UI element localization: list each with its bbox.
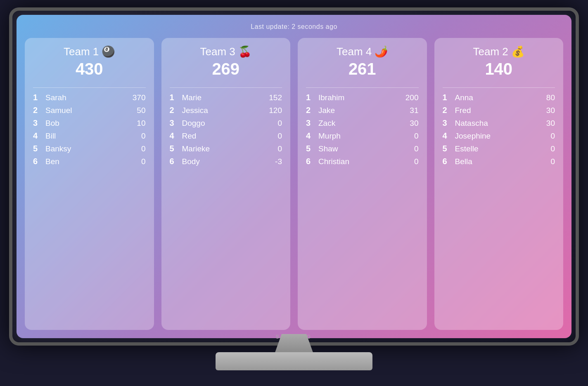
player-rank: 1 xyxy=(170,93,179,102)
tv-wrapper: Last update: 2 seconds ago Team 1 🎱4301S… xyxy=(9,7,579,379)
player-rank: 5 xyxy=(443,144,452,153)
player-row: 4Murph0 xyxy=(306,131,419,141)
player-row: 4Josephine0 xyxy=(443,131,555,141)
player-row: 2Jessica120 xyxy=(170,106,282,115)
player-name: Christian xyxy=(315,157,402,166)
player-rank: 2 xyxy=(443,106,452,115)
player-name: Jessica xyxy=(179,106,266,115)
player-row: 6Ben0 xyxy=(33,157,146,166)
player-name: Anna xyxy=(452,93,539,102)
player-row: 2Jake31 xyxy=(306,106,419,115)
team-divider-team4 xyxy=(306,87,419,88)
player-rank: 6 xyxy=(443,157,452,166)
team-name-team4: Team 4 🌶️ xyxy=(306,45,419,58)
tv-stand-base xyxy=(216,352,372,370)
player-name: Josephine xyxy=(452,132,539,141)
player-rank: 5 xyxy=(306,144,315,153)
player-points: 30 xyxy=(402,119,419,128)
player-name: Shaw xyxy=(315,144,402,153)
player-row: 6Body-3 xyxy=(170,157,282,166)
player-list-team2: 1Anna802Fred303Natascha304Josephine05Est… xyxy=(443,93,555,166)
player-row: 5Estelle0 xyxy=(443,144,555,153)
player-points: 0 xyxy=(402,157,419,166)
player-name: Samuel xyxy=(42,106,129,115)
player-points: 200 xyxy=(402,93,419,102)
player-list-team1: 1Sarah3702Samuel503Bob104Bill05Banksy06B… xyxy=(33,93,146,166)
player-rank: 3 xyxy=(443,118,452,128)
team-score-team4: 261 xyxy=(306,60,419,78)
player-points: 30 xyxy=(538,119,555,128)
player-row: 4Red0 xyxy=(170,131,282,141)
player-rank: 3 xyxy=(33,118,42,128)
player-rank: 2 xyxy=(33,106,42,115)
player-points: 0 xyxy=(129,132,146,141)
player-rank: 6 xyxy=(170,157,179,166)
player-row: 1Marie152 xyxy=(170,93,282,102)
player-points: 120 xyxy=(266,106,282,115)
player-points: 0 xyxy=(538,144,555,153)
player-name: Marieke xyxy=(179,144,266,153)
team-card-team1: Team 1 🎱4301Sarah3702Samuel503Bob104Bill… xyxy=(25,38,154,330)
team-divider-team1 xyxy=(33,87,146,88)
player-points: 10 xyxy=(129,119,146,128)
player-points: 80 xyxy=(538,93,555,102)
player-points: 0 xyxy=(129,144,146,153)
team-card-team4: Team 4 🌶️2611Ibrahim2002Jake313Zack304Mu… xyxy=(298,38,427,330)
player-name: Banksy xyxy=(42,144,129,153)
player-name: Zack xyxy=(315,119,402,128)
player-points: 50 xyxy=(129,106,146,115)
player-rank: 1 xyxy=(306,93,315,102)
player-points: 30 xyxy=(538,106,555,115)
player-rank: 1 xyxy=(33,93,42,102)
player-rank: 6 xyxy=(306,157,315,166)
player-row: 5Marieke0 xyxy=(170,144,282,153)
player-row: 5Banksy0 xyxy=(33,144,146,153)
last-update-label: Last update: 2 seconds ago xyxy=(251,23,337,31)
player-points: 0 xyxy=(538,157,555,166)
team-card-team2: Team 2 💰1401Anna802Fred303Natascha304Jos… xyxy=(434,38,564,330)
player-name: Bob xyxy=(42,119,129,128)
team-name-team1: Team 1 🎱 xyxy=(33,45,146,58)
player-rank: 1 xyxy=(443,93,452,102)
player-name: Bill xyxy=(42,132,129,141)
player-row: 5Shaw0 xyxy=(306,144,419,153)
player-points: 0 xyxy=(538,132,555,141)
player-points: 370 xyxy=(129,93,146,102)
player-rank: 3 xyxy=(306,118,315,128)
player-list-team4: 1Ibrahim2002Jake313Zack304Murph05Shaw06C… xyxy=(306,93,419,166)
player-points: 0 xyxy=(266,132,282,141)
player-points: -3 xyxy=(266,157,282,166)
player-row: 6Bella0 xyxy=(443,157,555,166)
player-row: 1Ibrahim200 xyxy=(306,93,419,102)
player-row: 4Bill0 xyxy=(33,131,146,141)
player-rank: 5 xyxy=(170,144,179,153)
team-card-team3: Team 3 🍒2691Marie1522Jessica1203Doggo04R… xyxy=(161,38,291,330)
player-points: 152 xyxy=(266,93,282,102)
team-score-team3: 269 xyxy=(170,60,282,78)
player-row: 1Sarah370 xyxy=(33,93,146,102)
team-name-team3: Team 3 🍒 xyxy=(170,45,282,58)
player-rank: 5 xyxy=(33,144,42,153)
player-rank: 4 xyxy=(170,131,179,141)
player-list-team3: 1Marie1522Jessica1203Doggo04Red05Marieke… xyxy=(170,93,282,166)
player-name: Doggo xyxy=(179,119,266,128)
player-row: 3Bob10 xyxy=(33,118,146,128)
team-name-team2: Team 2 💰 xyxy=(443,45,555,58)
team-score-team1: 430 xyxy=(33,60,146,78)
player-name: Murph xyxy=(315,132,402,141)
team-divider-team2 xyxy=(443,87,555,88)
player-points: 31 xyxy=(402,106,419,115)
player-name: Estelle xyxy=(452,144,539,153)
player-name: Ibrahim xyxy=(315,93,402,102)
player-rank: 2 xyxy=(170,106,179,115)
player-points: 0 xyxy=(266,144,282,153)
player-rank: 4 xyxy=(33,131,42,141)
teams-grid: Team 1 🎱4301Sarah3702Samuel503Bob104Bill… xyxy=(25,38,563,330)
team-divider-team3 xyxy=(170,87,282,88)
player-row: 2Samuel50 xyxy=(33,106,146,115)
player-name: Body xyxy=(179,157,266,166)
player-rank: 4 xyxy=(443,131,452,141)
player-rank: 2 xyxy=(306,106,315,115)
player-name: Fred xyxy=(452,106,539,115)
player-points: 0 xyxy=(402,132,419,141)
